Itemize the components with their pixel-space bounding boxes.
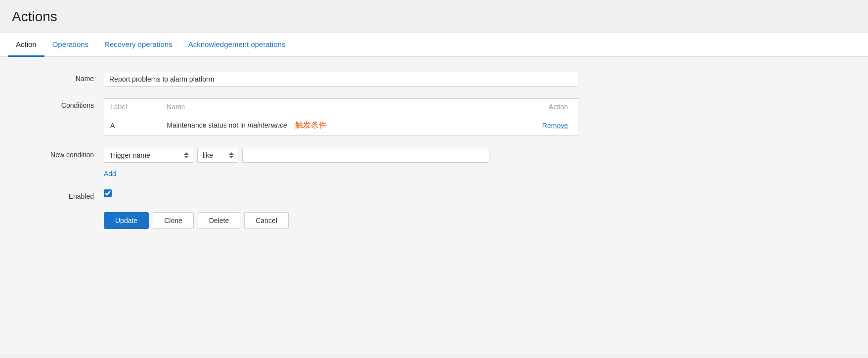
condition-name-prefix: Maintenance status not in xyxy=(167,121,247,129)
cancel-button[interactable]: Cancel xyxy=(244,212,289,229)
conditions-table: Label Name Action A Maintenance status n… xyxy=(104,98,578,136)
condition-action-cell: Remove xyxy=(496,115,578,136)
new-condition-control-wrap: Trigger name Tag Host group Host Problem… xyxy=(104,148,578,178)
operator-select[interactable]: like not like = <> xyxy=(197,148,238,163)
tabs-bar: Action Operations Recovery operations Ac… xyxy=(0,33,868,57)
new-condition-inputs: Trigger name Tag Host group Host Problem… xyxy=(104,148,578,163)
remove-link[interactable]: Remove xyxy=(542,122,568,130)
enabled-checkbox[interactable] xyxy=(104,189,112,197)
tab-acknowledgement-operations[interactable]: Acknowledgement operations xyxy=(180,33,294,57)
name-input[interactable] xyxy=(104,72,578,87)
conditions-header-row: Label Name Action xyxy=(104,99,578,115)
col-label-header: Label xyxy=(104,99,161,115)
chinese-tooltip: 触发条件 xyxy=(295,121,327,129)
conditions-control-wrap: Label Name Action A Maintenance status n… xyxy=(104,98,578,136)
enabled-control-wrap xyxy=(104,189,578,199)
conditions-label: Conditions xyxy=(20,98,104,109)
name-label: Name xyxy=(20,72,104,83)
page-header: Actions xyxy=(0,0,868,33)
tab-recovery-operations[interactable]: Recovery operations xyxy=(96,33,180,57)
name-row: Name xyxy=(20,72,848,87)
conditions-row: Conditions Label Name Action A xyxy=(20,98,848,136)
trigger-name-select[interactable]: Trigger name Tag Host group Host Problem… xyxy=(104,148,193,163)
tab-operations[interactable]: Operations xyxy=(44,33,96,57)
condition-name-cell: Maintenance status not in maintenance 触发… xyxy=(161,115,496,136)
delete-button[interactable]: Delete xyxy=(198,212,240,229)
tab-action[interactable]: Action xyxy=(8,33,44,57)
main-content: Action Operations Recovery operations Ac… xyxy=(0,33,868,354)
enabled-row: Enabled xyxy=(20,189,848,200)
new-condition-row: New condition Trigger name Tag Host grou… xyxy=(20,148,848,178)
new-condition-label: New condition xyxy=(20,148,104,159)
add-link[interactable]: Add xyxy=(104,170,116,178)
table-row: A Maintenance status not in maintenance … xyxy=(104,115,578,136)
clone-button[interactable]: Clone xyxy=(153,212,194,229)
condition-label-cell: A xyxy=(104,115,161,136)
form-area: Name Conditions Label Name Action xyxy=(0,57,868,354)
name-control-wrap xyxy=(104,72,578,87)
condition-value-input[interactable] xyxy=(242,148,489,163)
col-action-header: Action xyxy=(496,99,578,115)
enabled-label: Enabled xyxy=(20,189,104,200)
button-row: Update Clone Delete Cancel xyxy=(104,212,848,229)
page-title: Actions xyxy=(12,9,856,25)
condition-name-italic: maintenance xyxy=(248,121,287,129)
col-name-header: Name xyxy=(161,99,496,115)
update-button[interactable]: Update xyxy=(104,212,149,229)
